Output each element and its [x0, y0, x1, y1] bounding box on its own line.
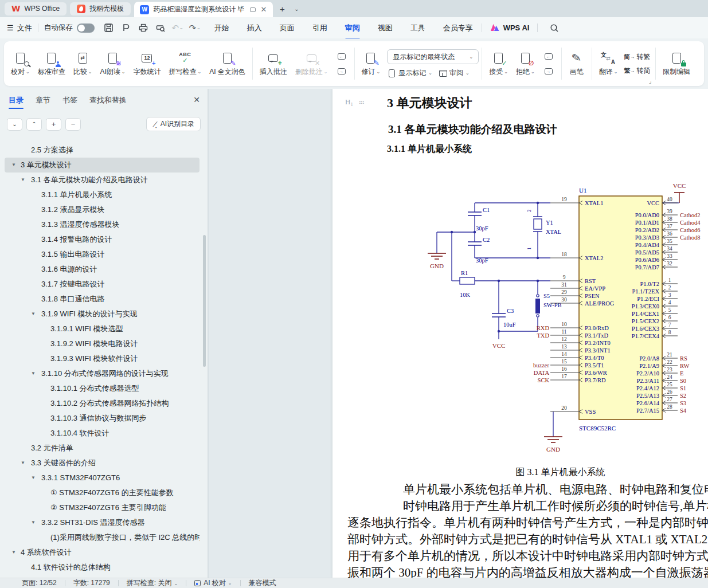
translate-button[interactable]: 文⇄A 翻译⌄ — [595, 45, 622, 82]
heading-handle[interactable]: H₁ ⠿ — [345, 97, 363, 107]
new-tab-button[interactable]: + — [276, 2, 289, 15]
expand-arrow-icon[interactable]: ▼ — [31, 307, 41, 322]
insert-comment-button[interactable]: + 插入批注 — [256, 45, 291, 82]
reject-button[interactable]: ∅ 拒绝⌄ — [512, 45, 539, 82]
toc-item[interactable]: 3.1.4 报警电路的设计 — [5, 232, 200, 247]
next-change-button[interactable]: → — [542, 65, 556, 77]
spell-check-button[interactable]: ABC✓ 拼写检查⌄ — [165, 45, 205, 82]
show-markup-button[interactable]: 显示标记⌄ — [387, 68, 432, 78]
toc-expand-button[interactable]: + — [46, 118, 61, 131]
schematic-figure[interactable]: U1 STC89C52RC C1 30pF C2 30pF — [413, 178, 708, 461]
menu-review[interactable]: 审阅 — [345, 21, 361, 36]
proofread-button[interactable]: 校对⌄ — [7, 45, 34, 82]
close-tab-icon[interactable]: ✕ — [261, 5, 267, 14]
popout-window-icon[interactable] — [250, 7, 256, 12]
tab-wps-office[interactable]: W WPS Office — [5, 2, 67, 15]
toc-collapse-button[interactable]: − — [65, 118, 81, 131]
toc-item[interactable]: ① STM32F407ZGT6 的主要性能参数 — [5, 485, 200, 500]
undo-button[interactable]: ↶⌄ — [170, 21, 185, 35]
toc-item[interactable]: 3.1.9.2 WIFI 模块电路设计 — [5, 336, 200, 351]
group-expand-icon[interactable]: ⌟ — [649, 78, 652, 84]
expand-arrow-icon[interactable]: ▼ — [11, 545, 21, 560]
to-simplified-button[interactable]: 繁→ 转简 — [624, 66, 650, 76]
search-button[interactable] — [547, 21, 562, 35]
ai-polish-button[interactable]: ✎ AI 全文润色 — [205, 45, 249, 82]
print-button[interactable] — [136, 21, 151, 35]
compare-button[interactable]: ⇄ 比较⌄ — [69, 45, 96, 82]
close-sidebar-icon[interactable]: ✕ — [193, 95, 200, 104]
markup-state-select[interactable]: 显示标记的最终状态⌄ — [387, 49, 479, 64]
drag-handle-icon[interactable]: ⠿ — [357, 100, 364, 104]
toc-item[interactable]: ▼4 系统软件设计 — [5, 545, 200, 560]
tab-list-button[interactable]: ⌄ — [292, 2, 302, 15]
sidebar-tab-chapters[interactable]: 章节 — [36, 95, 50, 108]
expand-arrow-icon[interactable]: ▼ — [21, 456, 31, 471]
menu-tools[interactable]: 工具 — [410, 21, 426, 36]
spellcheck-status[interactable]: 拼写检查: 关闭⌄ — [127, 578, 178, 588]
toc-next-heading-button[interactable]: ⌄ — [7, 118, 22, 131]
expand-arrow-icon[interactable]: ▼ — [11, 158, 21, 173]
expand-arrow-icon[interactable]: ▼ — [31, 515, 41, 530]
sidebar-tab-contents[interactable]: 目录 — [9, 95, 24, 108]
toc-item[interactable]: 3.1.2 液晶显示模块 — [5, 202, 200, 217]
toc-item[interactable]: 3.1.10.3 通信协议与数据同步 — [5, 411, 200, 426]
toc-item[interactable]: 3.1.8 串口通信电路 — [5, 292, 200, 307]
toc-item[interactable]: 3.1.10.4 软件设计 — [5, 426, 200, 441]
toc-item[interactable]: 3.1.1 单片机最小系统 — [5, 187, 200, 202]
word-count-button[interactable]: 12+ 字数统计 — [129, 45, 165, 82]
toc-item[interactable]: 3.2 元件清单 — [5, 441, 200, 456]
previous-comment-button[interactable]: ← — [335, 50, 349, 62]
expand-arrow-icon[interactable]: ▼ — [31, 471, 41, 485]
toc-item[interactable]: 2.5 方案选择 — [5, 143, 200, 158]
tab-current-document[interactable]: W 药品柜温湿度监测系统设计 毕 ✕ — [134, 2, 272, 17]
toc-item[interactable]: 3.1.6 电源的设计 — [5, 262, 200, 277]
restrict-editing-button[interactable]: 限制编辑 — [659, 45, 694, 82]
to-traditional-button[interactable]: 简→ 转繁 — [624, 52, 650, 62]
toc-previous-heading-button[interactable]: ⌃ — [26, 118, 42, 131]
review-pane-button[interactable]: 审阅⌄ — [439, 68, 470, 78]
sidebar-tab-bookmarks[interactable]: 书签 — [62, 95, 77, 108]
menu-home[interactable]: 开始 — [214, 21, 230, 36]
toc-item[interactable]: 3.1.9.1 WIFI 模块选型 — [5, 322, 200, 336]
redo-button[interactable]: ↷⌄ — [187, 21, 202, 35]
toc-item[interactable]: 3.1.10.1 分布式传感器选型 — [5, 381, 200, 396]
toc-item[interactable]: (1)采用两线制数字接口，类似于 I2C 总线的时 ... — [5, 530, 200, 545]
toc-item[interactable]: 3.1.5 输出电路设计 — [5, 247, 200, 262]
expand-arrow-icon[interactable]: ▼ — [31, 366, 41, 381]
sidebar-tab-find-replace[interactable]: 查找和替换 — [89, 95, 127, 108]
autosave-toggle[interactable] — [77, 23, 95, 33]
file-menu[interactable]: ☰ 文件 — [7, 23, 32, 33]
menu-reference[interactable]: 引用 — [312, 21, 328, 36]
expand-arrow-icon[interactable]: ▼ — [21, 173, 31, 187]
toc-item[interactable]: ▼3.1.9 WIFI 模块的设计与实现 — [5, 307, 200, 322]
toc-item[interactable]: ▼3.3.2 SHT31-DIS 温湿度传感器 — [5, 515, 200, 530]
next-comment-button[interactable]: → — [335, 65, 349, 77]
track-changes-button[interactable]: ✎ 修订⌄ — [358, 45, 385, 82]
save-button[interactable] — [101, 21, 116, 35]
toc-item[interactable]: ▼3.3 关键器件的介绍 — [5, 456, 200, 471]
toc-item[interactable]: ▼3.3.1 STM32F407ZGT6 — [5, 471, 200, 485]
toc-item[interactable]: 4.1 软件设计的总体结构 — [5, 560, 200, 575]
previous-change-button[interactable]: ← — [542, 50, 556, 62]
menu-insert[interactable]: 插入 — [247, 21, 263, 36]
menu-page[interactable]: 页面 — [279, 21, 295, 36]
delete-comment-button[interactable]: ✕ 删除批注⌄ — [291, 45, 332, 82]
ai-detect-toc-button[interactable]: ⟋̣ AI识别目录 — [146, 117, 201, 131]
toc-item[interactable]: ▼3.1.10 分布式传感器网络的设计与实现 — [5, 366, 200, 381]
ai-read-button[interactable]: ≋ AI朗读⌄ — [96, 45, 129, 82]
tab-docer-templates[interactable]: 找稻壳模板 — [70, 2, 131, 15]
toc-item[interactable]: ▼3 单元模块设计 — [5, 158, 200, 173]
toc-item[interactable]: ▼3.1 各单元模块功能介绍及电路设计 — [5, 173, 200, 187]
toc-item[interactable]: 3.1.10.2 分布式传感器网络拓扑结构 — [5, 396, 200, 411]
print-preview-button[interactable] — [153, 21, 168, 35]
compatibility-mode-badge[interactable]: 兼容模式 — [249, 578, 276, 588]
standard-review-button[interactable]: 标准审查 — [34, 45, 69, 82]
wps-ai-button[interactable]: WPS AI — [490, 23, 530, 32]
menu-view[interactable]: 视图 — [377, 21, 393, 36]
export-pdf-button[interactable] — [119, 21, 134, 35]
toc-item[interactable]: 3.1.9.3 WIFI 模块软件设计 — [5, 351, 200, 366]
ai-proofread-status[interactable]: AI 校对⌄ — [194, 578, 232, 588]
document-page[interactable]: H₁ ⠿ 3 单元模块设计 3.1 各单元模块功能介绍及电路设计 3.1.1 单… — [333, 89, 708, 578]
sidebar-scrollbar-thumb[interactable] — [203, 235, 206, 367]
ink-pen-button[interactable]: ✎ 画笔 — [565, 45, 589, 82]
